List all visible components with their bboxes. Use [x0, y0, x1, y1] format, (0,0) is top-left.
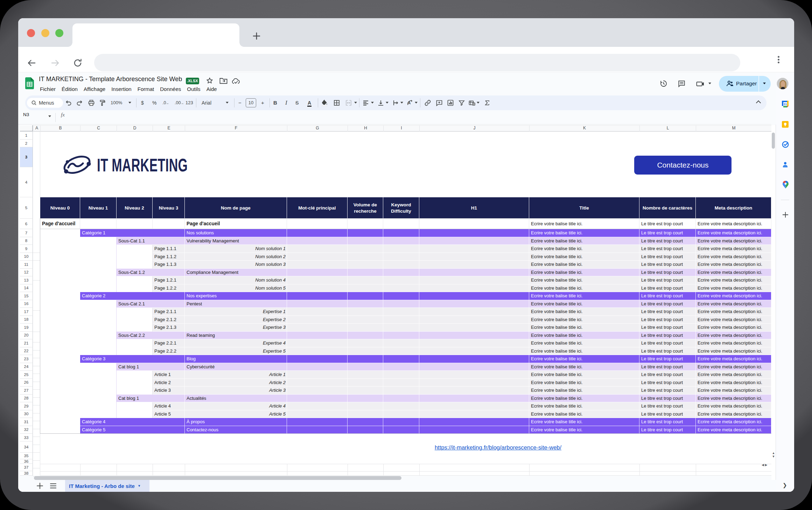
svg-text:31: 31: [783, 102, 787, 106]
svg-text:A: A: [408, 101, 411, 105]
